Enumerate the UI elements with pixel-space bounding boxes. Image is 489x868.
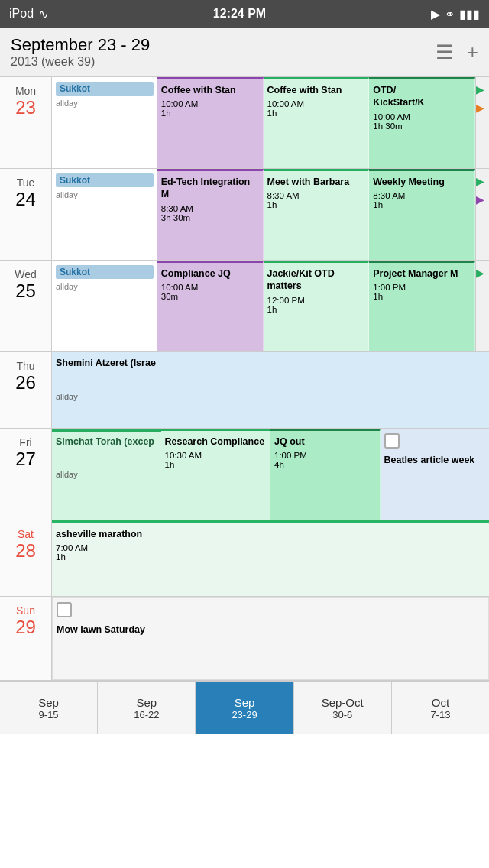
- bluetooth-icon: ⚭: [445, 7, 455, 21]
- coffee-stan-mon-2[interactable]: Coffee with Stan 10:00 AM 1h: [264, 77, 370, 168]
- beatles-article-week[interactable]: Beatles article week: [381, 429, 490, 520]
- bottom-nav: Sep 9-15 Sep 16-22 Sep 23-29 Sep-Oct 30-…: [0, 681, 489, 734]
- arrow-orange-mon: ▶: [476, 102, 489, 114]
- day-label-thursday: Thu 26: [0, 352, 52, 428]
- arrow-green-tue: ▶: [476, 175, 489, 187]
- menu-button[interactable]: ☰: [436, 40, 453, 64]
- day-num-23: 23: [15, 97, 36, 118]
- day-row-wednesday: Wed 25 Sukkot allday Compliance JQ 10:00…: [0, 261, 489, 352]
- jq-out[interactable]: JQ out 1:00 PM 4h: [270, 429, 381, 520]
- nav-oct-7-13[interactable]: Oct 7-13: [392, 682, 489, 734]
- monday-arrows: ▶ ▶: [475, 77, 489, 168]
- nav-sep-oct-30-6[interactable]: Sep-Oct 30-6: [294, 682, 392, 734]
- nav-sep-16-22[interactable]: Sep 16-22: [98, 682, 196, 734]
- calendar-header: September 23 - 29 2013 (week 39) ☰ +: [0, 28, 489, 77]
- carrier-label: iPod: [9, 7, 34, 21]
- nav-sep-9-15[interactable]: Sep 9-15: [0, 682, 98, 734]
- compliance-jq[interactable]: Compliance JQ 10:00 AM 30m: [157, 261, 264, 351]
- day-label-sunday: Sun 29: [0, 597, 52, 680]
- day-label-wednesday: Wed 25: [0, 261, 52, 351]
- mow-lawn[interactable]: Mow lawn Saturday: [52, 597, 489, 680]
- status-bar: iPod ∿ 12:24 PM ▶ ⚭ ▮▮▮: [0, 0, 489, 28]
- day-label-saturday: Sat 28: [0, 520, 52, 596]
- day-row-saturday: Sat 28 asheville marathon 7:00 AM 1h: [0, 520, 489, 597]
- arrow-purple-tue: ▶: [476, 193, 489, 206]
- edtech-integration[interactable]: Ed-Tech Integration M 8:30 AM 3h 30m: [157, 169, 264, 260]
- status-time: 12:24 PM: [213, 7, 266, 21]
- project-manager[interactable]: Project Manager M 1:00 PM 1h: [369, 261, 475, 351]
- status-left: iPod ∿: [9, 7, 48, 21]
- day-row-friday: Fri 27 Simchat Torah (excep allday Resea…: [0, 429, 489, 520]
- day-name-fri: Fri: [19, 436, 31, 449]
- day-row-monday: Mon 23 Sukkot allday Coffee with Stan 10…: [0, 77, 489, 169]
- sukkot-allday-tue[interactable]: Sukkot: [56, 173, 154, 187]
- allday-label-wed: allday: [56, 282, 154, 291]
- status-right: ▶ ⚭ ▮▮▮: [431, 7, 480, 21]
- jackie-kit-otd[interactable]: Jackie/Kit OTD matters 12:00 PM 1h: [264, 261, 370, 351]
- sukkot-allday-wed[interactable]: Sukkot: [56, 265, 154, 279]
- asheville-marathon[interactable]: asheville marathon 7:00 AM 1h: [52, 520, 489, 596]
- day-name-sun: Sun: [16, 604, 35, 617]
- week-number-subtitle: 2013 (week 39): [11, 55, 150, 69]
- meet-barbara[interactable]: Meet with Barbara 8:30 AM 1h: [264, 169, 370, 260]
- mow-lawn-checkbox[interactable]: [57, 602, 72, 617]
- battery-icon: ▮▮▮: [459, 7, 480, 21]
- coffee-stan-mon-1[interactable]: Coffee with Stan 10:00 AM 1h: [157, 77, 264, 168]
- day-num-28: 28: [15, 540, 36, 562]
- day-label-monday: Mon 23: [0, 77, 52, 168]
- week-range-title: September 23 - 29: [11, 35, 150, 55]
- day-row-sunday: Sun 29 Mow lawn Saturday: [0, 597, 489, 681]
- day-label-friday: Fri 27: [0, 429, 52, 520]
- wifi-icon: ∿: [38, 7, 48, 21]
- day-num-24: 24: [15, 189, 36, 210]
- monday-allday: Sukkot allday: [52, 77, 157, 168]
- day-row-tuesday: Tue 24 Sukkot allday Ed-Tech Integration…: [0, 169, 489, 261]
- day-num-27: 27: [15, 449, 36, 470]
- wednesday-arrows: ▶: [475, 261, 489, 351]
- nav-sep-23-29[interactable]: Sep 23-29: [196, 682, 293, 734]
- beatles-checkbox[interactable]: [384, 433, 400, 449]
- wednesday-allday: Sukkot allday: [52, 261, 157, 351]
- day-num-25: 25: [15, 280, 36, 302]
- monday-events: Sukkot allday Coffee with Stan 10:00 AM …: [52, 77, 489, 168]
- saturday-events: asheville marathon 7:00 AM 1h: [52, 520, 489, 596]
- day-row-thursday: Thu 26 Shemini Atzeret (Israe allday: [0, 352, 489, 429]
- tuesday-arrows: ▶ ▶: [475, 169, 489, 260]
- arrow-green-wed: ▶: [476, 267, 489, 279]
- research-compliance[interactable]: Research Compliance 10:30 AM 1h: [161, 429, 271, 520]
- wednesday-events: Sukkot allday Compliance JQ 10:00 AM 30m…: [52, 261, 489, 351]
- day-label-tuesday: Tue 24: [0, 169, 52, 260]
- sukkot-allday-mon[interactable]: Sukkot: [56, 82, 154, 96]
- tuesday-allday: Sukkot allday: [52, 169, 157, 260]
- simchat-torah[interactable]: Simchat Torah (excep allday: [52, 429, 161, 520]
- header-actions: ☰ +: [436, 40, 478, 64]
- shemini-atzeret[interactable]: Shemini Atzeret (Israe allday: [52, 352, 489, 428]
- day-num-26: 26: [15, 372, 36, 394]
- header-title-block: September 23 - 29 2013 (week 39): [11, 35, 150, 69]
- day-name-wed: Wed: [15, 268, 37, 280]
- day-name-sat: Sat: [18, 528, 34, 540]
- arrow-green-mon: ▶: [476, 83, 489, 96]
- day-name-tue: Tue: [17, 177, 35, 189]
- allday-label-tue: allday: [56, 190, 154, 199]
- tuesday-events: Sukkot allday Ed-Tech Integration M 8:30…: [52, 169, 489, 260]
- thursday-events: Shemini Atzeret (Israe allday: [52, 352, 489, 428]
- calendar-grid: Mon 23 Sukkot allday Coffee with Stan 10…: [0, 77, 489, 681]
- friday-events: Simchat Torah (excep allday Research Com…: [52, 429, 489, 520]
- day-num-29: 29: [15, 617, 36, 638]
- weekly-meeting[interactable]: Weekly Meeting 8:30 AM 1h: [369, 169, 475, 260]
- allday-label-mon: allday: [56, 99, 154, 108]
- day-name-thu: Thu: [16, 360, 34, 372]
- location-icon: ▶: [431, 7, 440, 21]
- otd-kickstart-mon[interactable]: OTD/KickStart/K 10:00 AM 1h 30m: [369, 77, 475, 168]
- sunday-events: Mow lawn Saturday: [52, 597, 489, 680]
- day-name-mon: Mon: [15, 85, 36, 97]
- add-event-button[interactable]: +: [467, 40, 478, 64]
